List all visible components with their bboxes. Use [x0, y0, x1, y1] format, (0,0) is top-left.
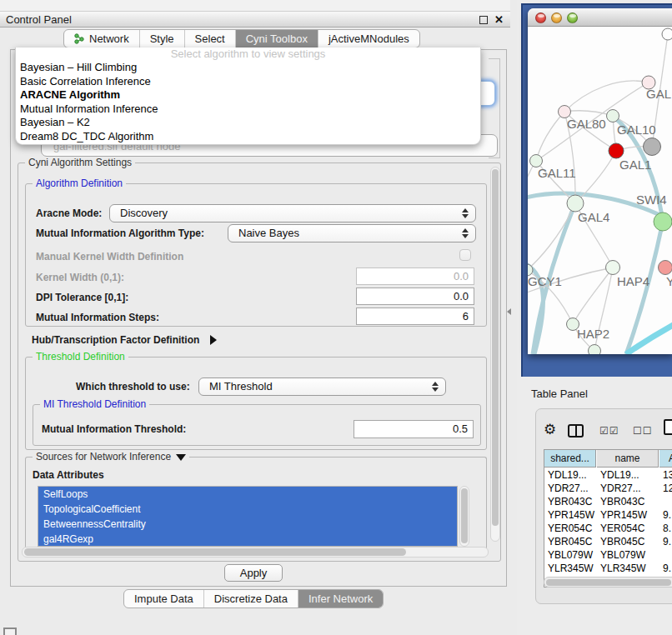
- minimized-panel-icon[interactable]: [3, 628, 17, 635]
- node-label-swi4: SWI4: [636, 192, 667, 207]
- attribute-item[interactable]: BetweennessCentrality: [38, 517, 457, 532]
- zoom-window-icon[interactable]: [567, 12, 578, 23]
- dropdown-item[interactable]: Bayesian – K2: [16, 116, 480, 130]
- network-node[interactable]: [589, 345, 601, 355]
- network-node-gal1[interactable]: [609, 143, 624, 158]
- network-nodes: [528, 28, 672, 354]
- network-node-gal10[interactable]: [607, 110, 619, 122]
- dropdown-item[interactable]: Dream8 DC_TDC Algorithm: [16, 130, 480, 144]
- tab-impute-data[interactable]: Impute Data: [124, 590, 204, 608]
- column-header-name[interactable]: name: [597, 450, 659, 468]
- table-row[interactable]: YBL079W YBL079W: [544, 548, 672, 562]
- which-threshold-combobox[interactable]: MI Threshold: [198, 378, 446, 396]
- table-row[interactable]: YBR045C YBR045C 9.: [544, 535, 672, 548]
- column-header-shared[interactable]: shared...: [544, 450, 596, 468]
- node-table: shared... name A YDL19... YDL19... 13 YD…: [544, 449, 672, 588]
- deselect-all-columns-icon[interactable]: ☐☐: [633, 425, 653, 437]
- network-node-y[interactable]: [659, 261, 672, 275]
- mi-threshold-definition-group: MI Threshold Definition Mutual Informati…: [33, 404, 481, 446]
- threshold-definition-group: Threshold Definition Which threshold to …: [25, 357, 487, 450]
- hub-definition-expander[interactable]: Hub/Transcription Factor Definition: [32, 332, 217, 347]
- aracne-mode-value: Discovery: [120, 205, 168, 222]
- mi-steps-field[interactable]: 6: [356, 308, 474, 325]
- expander-right-icon: [210, 335, 217, 345]
- tab-network[interactable]: Network: [64, 30, 140, 48]
- tab-style[interactable]: Style: [140, 30, 185, 48]
- tab-discretize-data[interactable]: Discretize Data: [204, 590, 298, 608]
- select-all-columns-icon[interactable]: ☑☑: [599, 425, 619, 437]
- table-panel: ⚙ ☑☑ ☐☐ shared... name A YDL19... YDL19.…: [535, 408, 672, 604]
- network-node-hap4[interactable]: [606, 261, 620, 275]
- network-node[interactable]: [662, 28, 672, 40]
- column-layout-icon[interactable]: [568, 424, 584, 438]
- dropdown-item[interactable]: Mutual Information Inference: [16, 102, 480, 117]
- node-label-hap2: HAP2: [577, 327, 609, 341]
- tab-network-label: Network: [89, 32, 129, 45]
- settings-vertical-scrollbar[interactable]: [490, 167, 500, 542]
- mi-algorithm-type-combobox[interactable]: Naive Bayes: [228, 224, 476, 242]
- expander-down-icon: [176, 454, 186, 461]
- combo-stepper-icon: [432, 382, 439, 392]
- attribute-item[interactable]: SelfLoops: [38, 487, 457, 502]
- close-window-icon[interactable]: [535, 12, 546, 23]
- attribute-item[interactable]: gal4RGexp: [38, 532, 457, 547]
- splitter-handle[interactable]: [507, 308, 511, 315]
- table-row[interactable]: YDR27... YDR27... 12: [544, 482, 672, 495]
- network-node-gray[interactable]: [644, 138, 661, 156]
- node-label-gal80: GAL80: [567, 117, 606, 131]
- table-row[interactable]: YPR145W YPR145W 9.: [544, 508, 672, 522]
- node-label-hap4: HAP4: [617, 274, 649, 288]
- apply-button[interactable]: Apply: [224, 564, 283, 582]
- table-panel-title: Table Panel: [531, 388, 588, 400]
- network-canvas[interactable]: GAL80 GAL10 GAL1 GAL11 GAL4 SWI4 GCY1 HA…: [528, 28, 672, 354]
- close-panel-icon[interactable]: ✕: [494, 12, 504, 28]
- tab-infer-network[interactable]: Infer Network: [298, 590, 383, 608]
- network-labels: GAL80 GAL10 GAL1 GAL11 GAL4 SWI4 GCY1 HA…: [528, 87, 672, 341]
- node-label-gal11: GAL11: [538, 166, 576, 180]
- aracne-mode-combobox[interactable]: Discovery: [109, 204, 476, 222]
- attributes-scrollbar[interactable]: [459, 486, 469, 547]
- sources-title[interactable]: Sources for Network Inference: [33, 451, 189, 462]
- node-label-gcy1: GCY1: [528, 274, 562, 288]
- dropdown-item[interactable]: Bayesian – Hill Climbing: [16, 61, 480, 75]
- window-top-strip: [0, 0, 510, 11]
- settings-horizontal-scrollbar[interactable]: [22, 547, 489, 558]
- kernel-width-field[interactable]: 0.0: [356, 268, 474, 285]
- table-row[interactable]: YBR043C YBR043C: [544, 495, 672, 508]
- cyni-algorithm-settings-group: Cyni Algorithm Settings Algorithm Defini…: [18, 162, 501, 562]
- data-attributes-label: Data Attributes: [33, 469, 104, 481]
- column-header-a[interactable]: A: [659, 450, 672, 468]
- combo-stepper-icon: [462, 228, 469, 238]
- network-window-titlebar[interactable]: [528, 8, 672, 27]
- aracne-mode-label: Aracne Mode:: [36, 208, 102, 219]
- algorithm-dropdown-hint: Select algorithm to view settings: [16, 48, 480, 61]
- network-window[interactable]: GAL80 GAL10 GAL1 GAL11 GAL4 SWI4 GCY1 HA…: [528, 8, 672, 354]
- data-attributes-list: SelfLoops TopologicalCoefficient Between…: [38, 486, 458, 547]
- network-node-gal4[interactable]: [567, 195, 584, 212]
- dropdown-item[interactable]: Basic Correlation Inference: [16, 75, 480, 89]
- tab-jactivemnodules[interactable]: jActiveMNodules: [318, 30, 419, 48]
- float-panel-icon[interactable]: [479, 16, 488, 24]
- tab-cyni-toolbox[interactable]: Cyni Toolbox: [236, 30, 318, 48]
- cyni-bottom-tabbar: Impute Data Discretize Data Infer Networ…: [123, 589, 384, 608]
- table-row[interactable]: YLR345W YLR345W 9.: [544, 562, 672, 575]
- node-label-y-partial: Y: [666, 274, 672, 288]
- mi-threshold-definition-title: MI Threshold Definition: [40, 398, 149, 410]
- minimize-window-icon[interactable]: [551, 12, 562, 23]
- table-row[interactable]: YER054C YER054C 8.: [544, 522, 672, 535]
- new-table-icon[interactable]: [664, 419, 672, 435]
- network-node-swi4[interactable]: [654, 212, 672, 231]
- table-horizontal-scrollbar[interactable]: [544, 577, 672, 588]
- attribute-item[interactable]: TopologicalCoefficient: [38, 502, 457, 517]
- tab-select[interactable]: Select: [185, 30, 236, 48]
- dropdown-item-highlighted[interactable]: ARACNE Algorithm: [16, 88, 480, 102]
- table-row[interactable]: YDL19... YDL19... 13: [544, 468, 672, 482]
- dpi-tolerance-field[interactable]: 0.0: [356, 288, 474, 305]
- mi-threshold-field[interactable]: 0.5: [354, 420, 474, 438]
- gear-icon[interactable]: ⚙: [544, 421, 556, 438]
- threshold-definition-title: Threshold Definition: [33, 351, 128, 362]
- manual-kernel-width-checkbox[interactable]: [459, 249, 471, 261]
- mi-algorithm-type-value: Naive Bayes: [238, 225, 299, 242]
- algorithm-dropdown: Select algorithm to view settings Bayesi…: [15, 48, 481, 145]
- which-threshold-value: MI Threshold: [209, 378, 273, 395]
